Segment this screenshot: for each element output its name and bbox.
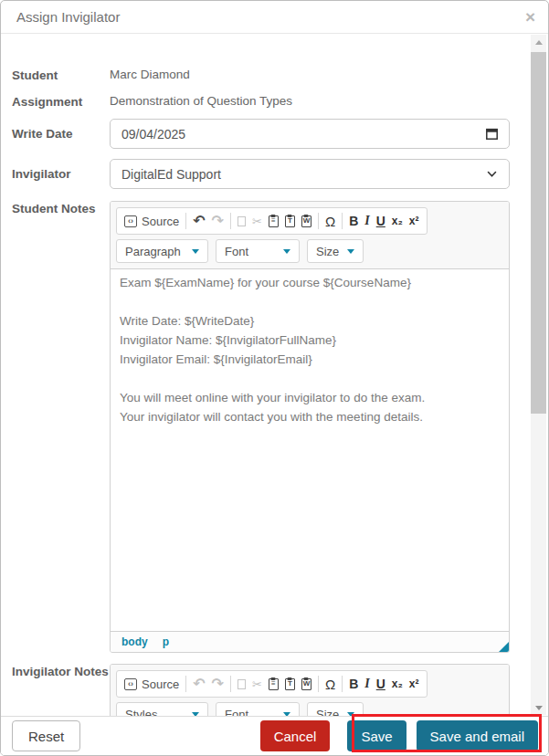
write-date-value[interactable]: [111, 120, 485, 148]
paste-as-text-button[interactable]: T: [285, 215, 295, 227]
superscript-icon: x²: [409, 678, 419, 689]
toolbar-separator: [342, 676, 343, 692]
toolbar-separator: [230, 676, 231, 692]
write-date-input[interactable]: [110, 119, 510, 149]
editor-resize-handle[interactable]: [499, 642, 509, 652]
bold-icon: B: [349, 215, 358, 227]
cut-button[interactable]: ✂: [252, 678, 262, 690]
editor-paragraph: [120, 292, 500, 311]
subscript-button[interactable]: x₂: [392, 678, 403, 689]
scroll-up-arrow[interactable]: [531, 35, 546, 49]
copy-icon: [238, 679, 246, 689]
student-notes-row: Student Notes ‹› Source ↶ ↷: [12, 201, 508, 653]
copy-button[interactable]: [238, 679, 246, 689]
redo-icon: ↷: [212, 214, 224, 228]
paste-word-icon: W: [301, 215, 311, 227]
student-notes-content[interactable]: Exam ${ExamName} for your course ${Cours…: [111, 269, 509, 631]
save-and-email-button[interactable]: Save and email: [417, 720, 538, 751]
invigilator-notes-row: Invigilator Notes ‹› Source ↶ ↷: [12, 664, 508, 718]
triangle-up-icon: [535, 40, 543, 45]
student-notes-label: Student Notes: [12, 201, 110, 215]
special-character-button[interactable]: Ω: [325, 215, 335, 228]
student-notes-editor: ‹› Source ↶ ↷ ✂ ≡ T: [110, 201, 510, 653]
invigilator-notes-toolbar: ‹› Source ↶ ↷ ✂ ≡ T: [111, 665, 509, 718]
invigilator-notes-editor: ‹› Source ↶ ↷ ✂ ≡ T: [110, 664, 510, 718]
chevron-down-icon: [192, 249, 199, 254]
write-date-label: Write Date: [12, 119, 110, 141]
omega-icon: Ω: [325, 215, 335, 228]
undo-button[interactable]: ↶: [193, 214, 205, 228]
paste-button[interactable]: ≡: [269, 215, 279, 227]
modal-header: Assign Invigilator ×: [1, 1, 548, 34]
underline-button[interactable]: U: [376, 677, 385, 690]
calendar-icon[interactable]: [485, 127, 499, 141]
editor-paragraph: Your invigilator will contact you with t…: [120, 407, 500, 426]
cancel-button[interactable]: Cancel: [260, 720, 331, 751]
italic-button[interactable]: I: [364, 677, 369, 690]
subscript-icon: x₂: [392, 678, 403, 689]
scissors-icon: ✂: [252, 678, 262, 690]
bold-button[interactable]: B: [349, 215, 358, 227]
write-date-row: Write Date: [12, 119, 508, 149]
toolbar-separator: [185, 213, 186, 229]
close-icon[interactable]: ×: [525, 8, 535, 26]
toolbar-separator: [342, 213, 343, 229]
modal-scrollbar[interactable]: [531, 35, 546, 715]
undo-button[interactable]: ↶: [193, 677, 205, 691]
triangle-down-icon: [535, 706, 543, 710]
toolbar-separator: [318, 676, 319, 692]
redo-button[interactable]: ↷: [212, 214, 224, 228]
size-dropdown[interactable]: Size: [307, 239, 364, 263]
source-button[interactable]: ‹› Source: [124, 677, 179, 691]
superscript-button[interactable]: x²: [409, 215, 419, 226]
italic-button[interactable]: I: [364, 215, 369, 227]
chevron-down-icon: [347, 249, 354, 254]
page: Assign Invigilator × Student Marc Diamon…: [0, 0, 549, 756]
redo-button[interactable]: ↷: [212, 677, 224, 691]
undo-icon: ↶: [193, 214, 205, 228]
bold-button[interactable]: B: [349, 677, 358, 690]
editor-paragraph: Write Date: ${WriteDate}: [120, 311, 500, 331]
reset-button[interactable]: Reset: [12, 720, 80, 751]
underline-button[interactable]: U: [376, 215, 385, 227]
modal-title: Assign Invigilator: [16, 9, 120, 25]
source-icon: ‹›: [124, 678, 137, 690]
invigilator-select[interactable]: [110, 159, 510, 189]
assign-invigilator-modal: Assign Invigilator × Student Marc Diamon…: [0, 0, 549, 756]
invigilator-label: Invigilator: [12, 159, 110, 181]
assignment-row: Assignment Demonstration of Question Typ…: [12, 94, 508, 109]
cut-button[interactable]: ✂: [252, 215, 262, 227]
paste-from-word-button[interactable]: W: [301, 678, 311, 690]
subscript-icon: x₂: [392, 215, 403, 226]
assignment-value: Demonstration of Question Types: [110, 94, 292, 108]
editor-paragraph: You will meet online with your invigilat…: [120, 388, 500, 407]
student-value: Marc Diamond: [110, 68, 190, 81]
paste-from-word-button[interactable]: W: [301, 215, 311, 227]
invigilator-notes-label: Invigilator Notes: [12, 664, 110, 678]
font-dropdown[interactable]: Font: [216, 239, 300, 263]
chevron-down-icon: [283, 249, 290, 254]
special-character-button[interactable]: Ω: [325, 677, 335, 691]
scrollbar-thumb[interactable]: [531, 52, 546, 414]
paste-as-text-button[interactable]: T: [285, 678, 295, 690]
paragraph-format-dropdown[interactable]: Paragraph: [116, 239, 208, 263]
paste-icon: ≡: [269, 215, 279, 227]
paste-button[interactable]: ≡: [269, 678, 279, 690]
scissors-icon: ✂: [252, 215, 262, 227]
subscript-button[interactable]: x₂: [392, 215, 403, 226]
student-notes-toolbar: ‹› Source ↶ ↷ ✂ ≡ T: [111, 202, 509, 269]
superscript-icon: x²: [409, 215, 419, 226]
paste-icon: ≡: [269, 678, 279, 690]
bold-icon: B: [349, 677, 358, 690]
source-button[interactable]: ‹› Source: [124, 215, 179, 228]
path-p-link[interactable]: p: [163, 635, 169, 648]
path-body-link[interactable]: body: [121, 635, 148, 648]
save-button[interactable]: Save: [347, 720, 406, 751]
italic-icon: I: [364, 677, 369, 690]
copy-button[interactable]: [238, 216, 246, 226]
source-icon: ‹›: [124, 215, 137, 227]
scroll-down-arrow[interactable]: [531, 700, 546, 715]
superscript-button[interactable]: x²: [409, 678, 419, 689]
invigilator-selected-value[interactable]: [111, 160, 487, 188]
redo-icon: ↷: [212, 677, 224, 691]
